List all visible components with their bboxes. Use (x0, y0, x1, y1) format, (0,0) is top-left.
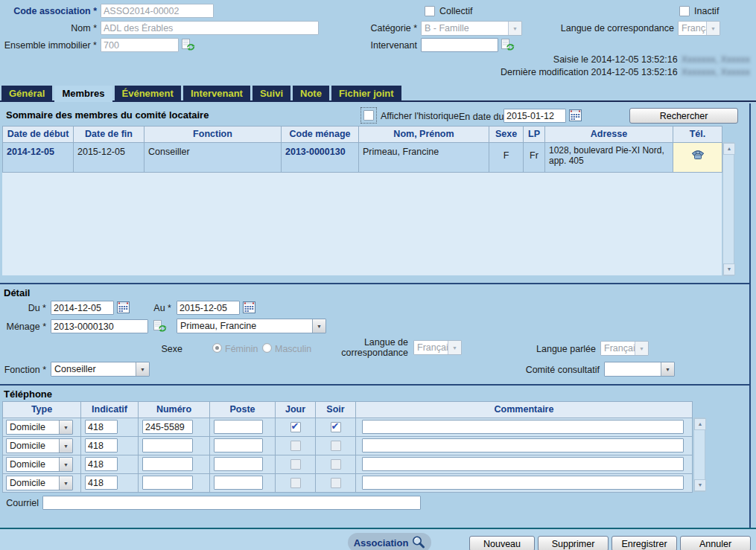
menage-lookup-icon[interactable] (153, 320, 167, 333)
menage-name-select[interactable]: Primeau, Francine ▼ (177, 319, 326, 333)
enregistrer-button[interactable]: Enregistrer (612, 536, 677, 550)
tab-suivi[interactable]: Suivi (252, 86, 290, 102)
phone-commentaire-field[interactable] (362, 476, 684, 490)
nom-field (101, 21, 319, 35)
en-date-du-calendar-icon[interactable] (569, 109, 582, 121)
du-field[interactable] (51, 301, 114, 315)
masculin-radio (262, 343, 272, 353)
au-field[interactable] (177, 301, 240, 315)
tab-fichier-joint[interactable]: Fichier joint (331, 86, 401, 102)
column-header[interactable]: Adresse (545, 127, 673, 143)
phone-icon[interactable] (690, 152, 705, 162)
member-row-date-fin[interactable]: 2015-12-05 (74, 143, 144, 173)
intervenant-field[interactable] (421, 38, 498, 52)
column-header[interactable]: Code ménage (282, 127, 359, 143)
phone-poste-field[interactable] (214, 438, 263, 453)
chevron-down-icon[interactable]: ▼ (59, 421, 72, 434)
phone-poste-field[interactable] (214, 457, 263, 471)
column-header[interactable]: Tél. (673, 127, 722, 143)
member-row-lp[interactable]: Fr (524, 143, 545, 173)
phone-commentaire-field[interactable] (362, 420, 684, 434)
phone-numero-field[interactable] (142, 438, 193, 453)
scroll-up-icon[interactable]: ▲ (694, 418, 706, 430)
du-calendar-icon[interactable] (117, 301, 130, 313)
tab-intervenant[interactable]: Intervenant (183, 86, 250, 102)
scroll-down-icon[interactable]: ▼ (723, 263, 735, 275)
inactif-label: Inactif (694, 6, 719, 16)
comite-consultatif-select[interactable]: ▼ (604, 362, 675, 377)
phone-type-select[interactable]: Domicile▼ (6, 476, 73, 490)
phone-indicatif-field[interactable] (85, 438, 118, 453)
column-header[interactable]: Sexe (489, 127, 524, 143)
tab-membres[interactable]: Membres (54, 86, 112, 102)
chevron-down-icon[interactable]: ▼ (661, 362, 674, 376)
categorie-value: B - Famille (422, 23, 508, 33)
annuler-button[interactable]: Annuler (680, 536, 751, 550)
telephone-section-title: Téléphone (4, 388, 52, 400)
nouveau-button[interactable]: Nouveau (469, 536, 535, 550)
members-table-scrollbar[interactable]: ▲ ▼ (722, 142, 734, 276)
phone-poste-field[interactable] (214, 476, 263, 490)
en-date-du-field[interactable] (504, 109, 566, 123)
au-calendar-icon[interactable] (243, 301, 255, 313)
column-header: Soir (316, 402, 356, 418)
chevron-down-icon[interactable]: ▼ (59, 476, 72, 490)
member-row-fonction[interactable]: Conseiller (144, 143, 282, 173)
member-row-adresse[interactable]: 1028, boulevard Pie-XI Nord, app. 405 (545, 143, 673, 173)
column-header[interactable]: LP (524, 127, 545, 143)
association-button[interactable]: Association (348, 533, 431, 550)
column-header[interactable]: Date de début (3, 127, 74, 143)
chevron-down-icon[interactable]: ▼ (59, 458, 72, 471)
courriel-label: Courriel (0, 498, 39, 508)
member-row-sexe[interactable]: F (489, 143, 524, 173)
phone-soir-checkbox (331, 459, 341, 470)
afficher-historique-checkbox[interactable] (363, 110, 374, 121)
separator-line (0, 384, 751, 386)
collectif-label: Collectif (439, 6, 472, 16)
tab-evenement[interactable]: Événement (115, 86, 181, 102)
telephone-table-scrollbar[interactable]: ▲ ▼ (693, 418, 705, 492)
phone-commentaire-field[interactable] (362, 457, 684, 471)
phone-jour-checkbox[interactable] (290, 422, 301, 432)
tab-general[interactable]: Général (1, 86, 52, 102)
phone-soir-checkbox[interactable] (331, 422, 341, 432)
association-window: Code association * Nom * Ensemble immobi… (0, 0, 756, 550)
member-row-code-menage[interactable]: 2013-0000130 (282, 143, 359, 173)
tab-note[interactable]: Note (293, 86, 329, 102)
collectif-checkbox[interactable] (425, 6, 435, 16)
intervenant-lookup-icon[interactable] (501, 39, 515, 51)
phone-numero-field[interactable] (142, 476, 193, 490)
chevron-down-icon[interactable]: ▼ (59, 439, 72, 453)
courriel-field[interactable] (42, 496, 421, 510)
inactif-checkbox[interactable] (679, 6, 690, 16)
column-header[interactable]: Date de fin (74, 127, 144, 143)
member-row-nom-prenom[interactable]: Primeau, Francine (359, 143, 489, 173)
phone-indicatif-field[interactable] (85, 457, 118, 471)
phone-type-select[interactable]: Domicile▼ (6, 420, 73, 435)
phone-numero-field[interactable] (142, 420, 193, 434)
phone-type-select[interactable]: Domicile▼ (6, 457, 73, 472)
code-association-label: Code association * (0, 6, 97, 16)
member-row-date-debut[interactable]: 2014-12-05 (3, 143, 74, 173)
phone-poste-field[interactable] (214, 420, 263, 434)
scroll-up-icon[interactable]: ▲ (723, 143, 735, 155)
fonction-label: Fonction * (0, 365, 46, 375)
menage-label: Ménage * (0, 322, 46, 332)
menage-code-field[interactable] (51, 319, 148, 333)
chevron-down-icon[interactable]: ▼ (312, 319, 325, 333)
phone-numero-field[interactable] (142, 457, 193, 471)
chevron-down-icon: ▼ (508, 22, 521, 35)
rechercher-button[interactable]: Rechercher (629, 108, 738, 124)
column-header[interactable]: Fonction (144, 127, 282, 143)
phone-commentaire-field[interactable] (362, 438, 684, 453)
fonction-select[interactable]: Conseiller ▼ (51, 362, 150, 377)
supprimer-button[interactable]: Supprimer (538, 536, 609, 550)
scroll-down-icon[interactable]: ▼ (694, 479, 706, 491)
chevron-down-icon[interactable]: ▼ (136, 362, 149, 376)
column-header[interactable]: Nom, Prénom (359, 127, 489, 143)
phone-indicatif-field[interactable] (85, 420, 118, 434)
phone-type-select[interactable]: Domicile▼ (6, 438, 73, 453)
phone-indicatif-field[interactable] (85, 476, 118, 490)
ensemble-lookup-icon[interactable] (182, 39, 195, 51)
member-row-tel-cell[interactable] (673, 143, 722, 173)
